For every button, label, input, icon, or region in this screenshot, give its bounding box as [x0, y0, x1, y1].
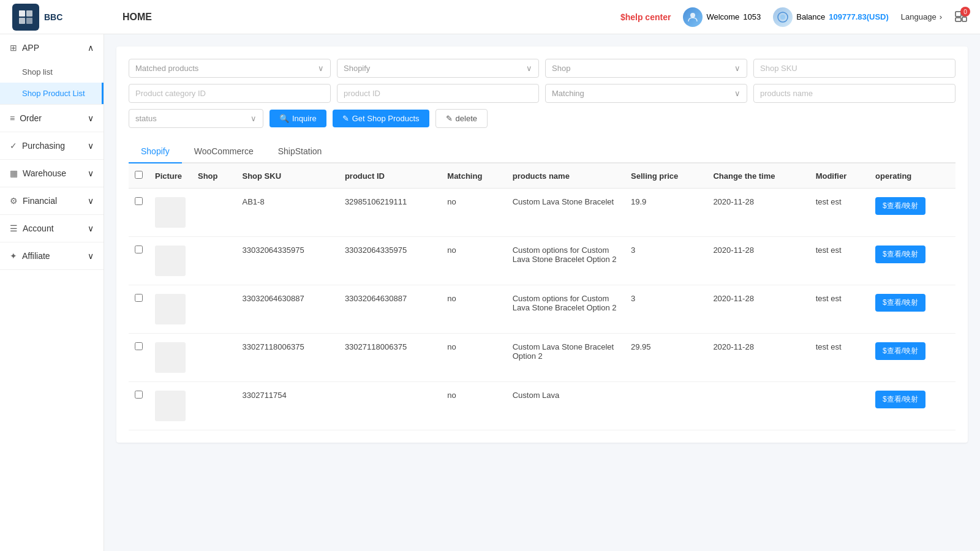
row-checkbox-0[interactable] [135, 197, 143, 205]
sidebar-header-financial[interactable]: ⚙ Financial ∨ [0, 187, 104, 214]
affiliate-icon: ✦ [10, 251, 17, 261]
view-button-3[interactable]: $查看/映射 [875, 342, 925, 360]
header-products-name: products name [507, 163, 625, 189]
delete-button[interactable]: ✎ delete [435, 109, 488, 128]
sidebar-label-financial: Financial [23, 196, 57, 206]
row-change-time-4 [707, 382, 809, 430]
row-shop-1 [192, 237, 236, 285]
tabs: Shopify WooCommerce ShipStation [129, 140, 956, 163]
sidebar-label-purchasing: Purchasing [22, 141, 65, 151]
sidebar-header-order[interactable]: ≡ Order ∨ [0, 105, 104, 132]
chevron-up-icon: ∧ [88, 43, 94, 53]
tab-shopify[interactable]: Shopify [129, 140, 182, 163]
row-selling-price-1: 3 [625, 237, 707, 285]
sidebar-section-warehouse: ▦ Warehouse ∨ [0, 160, 104, 187]
row-shop-sku-2: 33032064630887 [236, 285, 338, 334]
get-shop-products-button[interactable]: ✎ Get Shop Products [333, 110, 429, 127]
status-chevron: ∨ [251, 114, 257, 123]
row-shop-sku-3: 33027118006375 [236, 334, 338, 382]
row-matching-2: no [441, 285, 506, 334]
sidebar-section-purchasing: ✓ Purchasing ∨ [0, 132, 104, 160]
language-button[interactable]: Language › [901, 12, 942, 21]
sidebar-section-financial: ⚙ Financial ∨ [0, 187, 104, 215]
view-button-4[interactable]: $查看/映射 [875, 391, 925, 408]
row-selling-price-2: 3 [625, 285, 707, 334]
row-picture-4 [155, 391, 186, 421]
row-products-name-1: Custom options for Custom Lava Stone Bra… [507, 237, 625, 285]
view-button-2[interactable]: $查看/映射 [875, 294, 925, 312]
filter-row-3: status ∨ 🔍 Inquire ✎ Get Shop Products ✎… [129, 109, 956, 128]
sidebar-sub-item-shop-list[interactable]: Shop list [0, 61, 104, 83]
row-checkbox-1[interactable] [135, 246, 143, 253]
shop-sku-input[interactable]: Shop SKU [753, 59, 956, 78]
shopify-placeholder: Shopify [344, 64, 370, 73]
sidebar-header-affiliate[interactable]: ✦ Affiliate ∨ [0, 242, 104, 269]
row-picture-3 [155, 342, 186, 373]
row-shop-sku-1: 33032064335975 [236, 237, 338, 285]
header-operating: operating [869, 163, 956, 189]
shop-select[interactable]: Shop ∨ [545, 59, 747, 78]
header-matching: Matching [441, 163, 506, 189]
select-all-checkbox[interactable] [135, 171, 143, 179]
sidebar-label-app: APP [22, 43, 39, 53]
product-id-placeholder: product ID [344, 89, 380, 98]
sidebar-header-app[interactable]: ⊞ APP ∧ [0, 34, 104, 61]
row-product-id-4 [339, 382, 441, 430]
products-table: Picture Shop Shop SKU product ID Matchin… [129, 163, 956, 430]
sidebar-label-order: Order [20, 113, 42, 123]
view-button-0[interactable]: $查看/映射 [875, 197, 925, 215]
row-shop-2 [192, 285, 236, 334]
products-name-input[interactable]: products name [753, 84, 956, 103]
row-selling-price-3: 29.95 [625, 334, 707, 382]
row-products-name-4: Custom Lava [507, 382, 625, 430]
matching-select[interactable]: Matching ∨ [545, 84, 747, 103]
inquire-button[interactable]: 🔍 Inquire [270, 110, 326, 127]
nav-right: $help center Welcome 1053 Balance 109777… [620, 7, 968, 27]
purchasing-icon: ✓ [10, 141, 17, 151]
row-picture-1 [155, 246, 186, 276]
svg-rect-0 [19, 10, 25, 17]
sidebar-label-account: Account [23, 223, 54, 233]
matched-products-select[interactable]: Matched products ∨ [129, 59, 331, 78]
row-checkbox-3[interactable] [135, 342, 143, 350]
sidebar-header-warehouse[interactable]: ▦ Warehouse ∨ [0, 160, 104, 187]
svg-point-6 [780, 15, 785, 20]
status-select[interactable]: status ∨ [129, 109, 263, 128]
tab-shipstation[interactable]: ShipStation [266, 140, 334, 163]
svg-point-4 [690, 13, 695, 18]
sidebar-header-account[interactable]: ☰ Account ∨ [0, 215, 104, 242]
svg-rect-3 [26, 18, 32, 24]
matched-products-chevron: ∨ [318, 64, 324, 73]
account-icon: ☰ [10, 223, 18, 233]
help-center-link[interactable]: $help center [620, 12, 671, 22]
header-selling-price: Selling price [625, 163, 707, 189]
tab-woocommerce[interactable]: WooCommerce [182, 140, 266, 163]
sidebar-section-affiliate: ✦ Affiliate ∨ [0, 242, 104, 270]
row-modifier-3: test est [810, 334, 869, 382]
sidebar-sub-item-shop-product-list[interactable]: Shop Product List [0, 83, 104, 104]
sidebar-header-purchasing[interactable]: ✓ Purchasing ∨ [0, 132, 104, 159]
row-shop-4 [192, 382, 236, 430]
logo-area: BBC [12, 4, 116, 31]
header-modifier: Modifier [810, 163, 869, 189]
row-checkbox-2[interactable] [135, 294, 143, 302]
row-checkbox-4[interactable] [135, 391, 143, 399]
row-product-id-3: 33027118006375 [339, 334, 441, 382]
row-matching-1: no [441, 237, 506, 285]
row-shop-0 [192, 189, 236, 237]
sidebar-section-account: ☰ Account ∨ [0, 215, 104, 242]
sidebar-section-app: ⊞ APP ∧ Shop list Shop Product List [0, 34, 104, 105]
product-id-input[interactable]: product ID [337, 84, 539, 103]
view-button-1[interactable]: $查看/映射 [875, 246, 925, 263]
delete-icon: ✎ [446, 114, 453, 123]
row-modifier-1: test est [810, 237, 869, 285]
svg-rect-9 [956, 18, 961, 21]
svg-rect-1 [26, 10, 32, 17]
product-category-id-input[interactable]: Product category ID [129, 84, 331, 103]
products-name-placeholder: products name [760, 89, 813, 98]
chevron-down-icon-order: ∨ [88, 113, 94, 123]
balance-icon [773, 7, 793, 27]
shopify-select[interactable]: Shopify ∨ [337, 59, 539, 78]
matching-chevron: ∨ [734, 89, 741, 98]
notification-icon[interactable]: 0 [954, 9, 968, 24]
